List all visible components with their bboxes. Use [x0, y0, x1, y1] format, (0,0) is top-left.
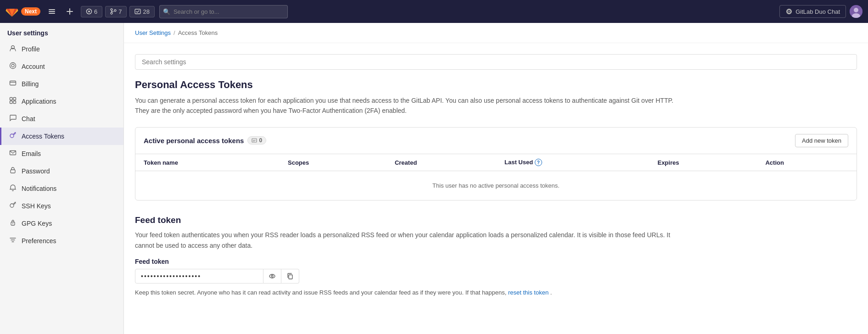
account-icon — [9, 62, 17, 71]
sidebar-link-account[interactable]: Account — [0, 58, 123, 75]
svg-rect-20 — [13, 101, 16, 104]
sidebar-label-notifications: Notifications — [22, 185, 56, 192]
sidebar-link-profile[interactable]: Profile — [0, 40, 123, 58]
sidebar-label-chat: Chat — [22, 115, 35, 122]
content-area: User Settings / Access Tokens Personal A… — [124, 23, 868, 334]
sidebar-icon — [48, 7, 56, 16]
duo-icon — [785, 8, 793, 15]
tokens-table: Token name Scopes Created Last Used ? Ex… — [135, 154, 857, 200]
new-item-btn[interactable] — [63, 6, 76, 17]
sidebar-item-preferences[interactable]: Preferences — [0, 232, 123, 250]
sidebar-item-password[interactable]: Password — [0, 162, 123, 180]
sidebar-item-gpg-keys[interactable]: GPG Keys — [0, 215, 123, 232]
last-used-info-icon[interactable]: ? — [535, 159, 542, 166]
sidebar-link-applications[interactable]: Applications — [0, 93, 123, 110]
feed-token-input[interactable] — [135, 269, 263, 284]
sidebar-label-account: Account — [22, 63, 45, 70]
svg-rect-2 — [49, 13, 55, 14]
token-count: 0 — [259, 137, 262, 144]
sidebar-link-password[interactable]: Password — [0, 162, 123, 180]
sidebar-item-chat[interactable]: Chat — [0, 110, 123, 128]
profile-icon — [9, 45, 17, 54]
svg-point-24 — [10, 204, 14, 207]
sidebar-item-access-tokens[interactable]: Access Tokens — [0, 128, 123, 145]
svg-rect-30 — [289, 275, 292, 279]
page-title: Personal Access Tokens — [135, 79, 857, 91]
sidebar-item-account[interactable]: Account — [0, 58, 123, 75]
sidebar-label-billing: Billing — [22, 80, 39, 88]
sidebar-title: User settings — [0, 23, 123, 40]
merge-requests-btn[interactable]: 7 — [105, 6, 127, 17]
sidebar-link-chat[interactable]: Chat — [0, 110, 123, 128]
sidebar-label-emails: Emails — [22, 150, 41, 157]
issues-btn[interactable]: 6 — [81, 6, 102, 17]
feed-token-title: Feed token — [135, 215, 857, 225]
svg-rect-16 — [10, 81, 16, 85]
add-token-btn[interactable]: Add new token — [795, 134, 848, 147]
tokens-header-left: Active personal access tokens 0 — [144, 136, 266, 145]
sidebar-link-preferences[interactable]: Preferences — [0, 232, 123, 250]
sidebar-toggle-btn[interactable] — [45, 6, 59, 17]
no-tokens-row: This user has no active personal access … — [135, 171, 857, 200]
svg-point-21 — [10, 134, 14, 138]
tokens-table-head: Token name Scopes Created Last Used ? Ex… — [135, 154, 857, 171]
main-layout: User settings Profile Account — [0, 23, 868, 334]
svg-rect-18 — [13, 98, 16, 100]
plus-icon — [66, 8, 73, 15]
search-input[interactable] — [159, 5, 288, 18]
sidebar-link-billing[interactable]: Billing — [0, 75, 123, 93]
sidebar-link-gpg-keys[interactable]: GPG Keys — [0, 215, 123, 232]
topbar: Next 6 7 — [0, 0, 868, 23]
tokens-section: Active personal access tokens 0 Add new … — [135, 127, 857, 201]
feed-token-input-wrap — [135, 269, 857, 284]
merge-requests-count: 7 — [118, 8, 122, 15]
reset-token-link[interactable]: reset this token — [508, 289, 549, 296]
svg-point-5 — [111, 9, 112, 11]
svg-point-28 — [269, 274, 275, 278]
access-tokens-icon — [9, 132, 17, 141]
token-badge-icon — [252, 138, 257, 143]
preferences-icon — [9, 236, 17, 245]
svg-rect-8 — [135, 9, 140, 14]
copy-token-btn[interactable] — [281, 269, 299, 284]
svg-rect-19 — [10, 101, 13, 104]
sidebar-item-ssh-keys[interactable]: SSH Keys — [0, 197, 123, 215]
svg-point-26 — [12, 223, 13, 224]
svg-point-7 — [114, 10, 116, 11]
sidebar-link-ssh-keys[interactable]: SSH Keys — [0, 197, 123, 215]
breadcrumb-parent[interactable]: User Settings — [135, 29, 171, 36]
breadcrumb-separator: / — [174, 29, 175, 36]
issues-icon — [86, 8, 92, 15]
no-tokens-message: This user has no active personal access … — [135, 171, 857, 200]
sidebar-item-applications[interactable]: Applications — [0, 93, 123, 110]
logo-area: Next — [6, 5, 40, 18]
search-settings-input[interactable] — [135, 54, 857, 70]
sidebar-item-billing[interactable]: Billing — [0, 75, 123, 93]
ssh-keys-icon — [9, 201, 17, 211]
todos-btn[interactable]: 28 — [129, 6, 154, 17]
col-scopes: Scopes — [280, 154, 386, 171]
user-avatar[interactable] — [850, 5, 862, 18]
sidebar-item-emails[interactable]: Emails — [0, 145, 123, 162]
sidebar-item-profile[interactable]: Profile — [0, 40, 123, 58]
emails-icon — [9, 149, 17, 158]
svg-point-9 — [789, 11, 790, 12]
gitlab-logo — [6, 5, 18, 18]
content-inner: Personal Access Tokens You can generate … — [124, 43, 868, 309]
breadcrumb: User Settings / Access Tokens — [124, 23, 868, 43]
svg-point-29 — [271, 275, 273, 277]
search-settings-wrap — [135, 54, 857, 70]
col-expires: Expires — [649, 154, 757, 171]
sidebar-link-emails[interactable]: Emails — [0, 145, 123, 162]
sidebar-label-applications: Applications — [22, 98, 56, 105]
sidebar-item-notifications[interactable]: Notifications — [0, 180, 123, 197]
topbar-stats: 6 7 28 — [81, 6, 155, 17]
svg-rect-0 — [49, 9, 55, 10]
sidebar-link-access-tokens[interactable]: Access Tokens — [0, 128, 123, 145]
gitlab-duo-btn[interactable]: GitLab Duo Chat — [779, 5, 846, 18]
sidebar-link-notifications[interactable]: Notifications — [0, 180, 123, 197]
search-bar: 🔍 — [159, 5, 288, 18]
todos-icon — [134, 8, 141, 15]
reveal-token-btn[interactable] — [263, 269, 281, 284]
notifications-icon — [9, 184, 17, 193]
